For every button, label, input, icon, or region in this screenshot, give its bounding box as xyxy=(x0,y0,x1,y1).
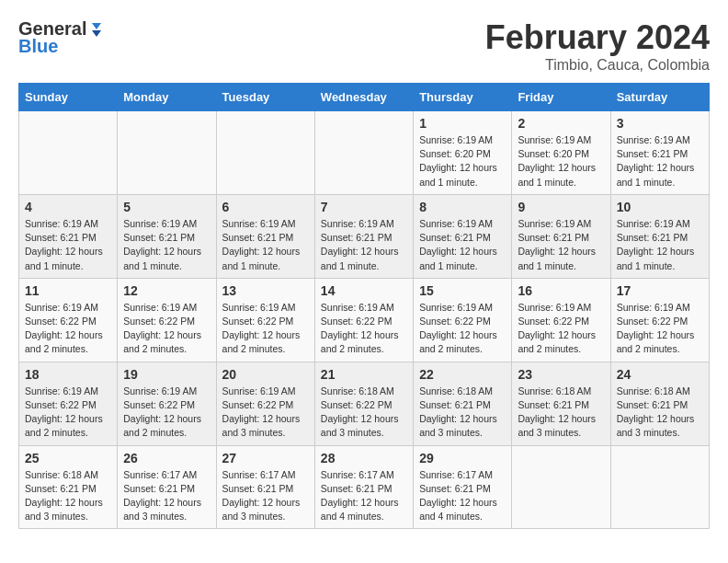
calendar-cell: 7Sunrise: 6:19 AM Sunset: 6:21 PM Daylig… xyxy=(314,194,413,278)
day-number: 9 xyxy=(518,200,604,214)
calendar-cell: 18Sunrise: 6:19 AM Sunset: 6:22 PM Dayli… xyxy=(19,362,118,445)
day-info: Sunrise: 6:19 AM Sunset: 6:21 PM Dayligh… xyxy=(518,217,604,273)
day-info: Sunrise: 6:19 AM Sunset: 6:21 PM Dayligh… xyxy=(419,217,506,273)
day-header-sunday: Sunday xyxy=(19,84,118,111)
calendar-cell: 29Sunrise: 6:17 AM Sunset: 6:21 PM Dayli… xyxy=(414,445,512,529)
day-info: Sunrise: 6:17 AM Sunset: 6:21 PM Dayligh… xyxy=(222,468,309,524)
day-number: 4 xyxy=(25,200,111,214)
day-number: 27 xyxy=(222,451,309,465)
day-number: 23 xyxy=(518,367,604,382)
day-header-thursday: Thursday xyxy=(414,84,512,111)
day-info: Sunrise: 6:19 AM Sunset: 6:21 PM Dayligh… xyxy=(222,217,309,273)
title-area: February 2024 Timbio, Cauca, Colombia xyxy=(485,18,710,74)
week-row-2: 4Sunrise: 6:19 AM Sunset: 6:21 PM Daylig… xyxy=(19,194,710,278)
calendar-cell: 9Sunrise: 6:19 AM Sunset: 6:21 PM Daylig… xyxy=(512,194,610,278)
calendar-cell: 3Sunrise: 6:19 AM Sunset: 6:21 PM Daylig… xyxy=(610,111,709,195)
calendar-cell: 22Sunrise: 6:18 AM Sunset: 6:21 PM Dayli… xyxy=(414,362,512,445)
calendar-cell: 13Sunrise: 6:19 AM Sunset: 6:22 PM Dayli… xyxy=(216,278,314,362)
day-info: Sunrise: 6:17 AM Sunset: 6:21 PM Dayligh… xyxy=(419,468,506,524)
day-info: Sunrise: 6:18 AM Sunset: 6:22 PM Dayligh… xyxy=(321,385,407,441)
day-info: Sunrise: 6:17 AM Sunset: 6:21 PM Dayligh… xyxy=(123,468,210,524)
calendar-table: SundayMondayTuesdayWednesdayThursdayFrid… xyxy=(18,83,710,529)
day-info: Sunrise: 6:18 AM Sunset: 6:21 PM Dayligh… xyxy=(25,468,111,524)
day-info: Sunrise: 6:18 AM Sunset: 6:21 PM Dayligh… xyxy=(419,385,506,441)
calendar-cell: 16Sunrise: 6:19 AM Sunset: 6:22 PM Dayli… xyxy=(512,278,610,362)
day-number: 15 xyxy=(419,283,506,298)
day-info: Sunrise: 6:18 AM Sunset: 6:21 PM Dayligh… xyxy=(617,385,703,441)
calendar-cell: 27Sunrise: 6:17 AM Sunset: 6:21 PM Dayli… xyxy=(216,445,314,529)
day-info: Sunrise: 6:18 AM Sunset: 6:21 PM Dayligh… xyxy=(518,385,604,441)
calendar-cell: 5Sunrise: 6:19 AM Sunset: 6:21 PM Daylig… xyxy=(118,194,216,278)
day-header-friday: Friday xyxy=(512,84,610,111)
logo-blue: Blue xyxy=(18,36,58,57)
day-number: 8 xyxy=(419,200,506,214)
day-number: 7 xyxy=(321,200,407,214)
calendar-cell: 20Sunrise: 6:19 AM Sunset: 6:22 PM Dayli… xyxy=(216,362,314,445)
day-number: 19 xyxy=(123,367,210,382)
calendar-cell xyxy=(610,445,709,529)
week-row-4: 18Sunrise: 6:19 AM Sunset: 6:22 PM Dayli… xyxy=(19,362,710,445)
calendar-cell: 1Sunrise: 6:19 AM Sunset: 6:20 PM Daylig… xyxy=(414,111,512,195)
calendar-cell: 6Sunrise: 6:19 AM Sunset: 6:21 PM Daylig… xyxy=(216,194,314,278)
calendar-cell xyxy=(216,111,314,195)
calendar-cell xyxy=(314,111,413,195)
svg-marker-1 xyxy=(92,30,101,37)
calendar-cell: 26Sunrise: 6:17 AM Sunset: 6:21 PM Dayli… xyxy=(118,445,216,529)
day-number: 3 xyxy=(617,116,703,131)
day-info: Sunrise: 6:17 AM Sunset: 6:21 PM Dayligh… xyxy=(321,468,407,524)
day-number: 11 xyxy=(25,283,111,298)
calendar-cell: 14Sunrise: 6:19 AM Sunset: 6:22 PM Dayli… xyxy=(314,278,413,362)
day-header-monday: Monday xyxy=(118,84,216,111)
main-title: February 2024 xyxy=(485,18,710,57)
day-number: 20 xyxy=(222,367,309,382)
week-row-3: 11Sunrise: 6:19 AM Sunset: 6:22 PM Dayli… xyxy=(19,278,710,362)
day-header-tuesday: Tuesday xyxy=(216,84,314,111)
calendar-cell: 10Sunrise: 6:19 AM Sunset: 6:21 PM Dayli… xyxy=(610,194,709,278)
day-header-saturday: Saturday xyxy=(610,84,709,111)
calendar-cell: 4Sunrise: 6:19 AM Sunset: 6:21 PM Daylig… xyxy=(19,194,118,278)
day-info: Sunrise: 6:19 AM Sunset: 6:21 PM Dayligh… xyxy=(617,133,703,190)
day-info: Sunrise: 6:19 AM Sunset: 6:22 PM Dayligh… xyxy=(518,301,604,357)
calendar-cell: 8Sunrise: 6:19 AM Sunset: 6:21 PM Daylig… xyxy=(414,194,512,278)
day-number: 5 xyxy=(123,200,210,214)
calendar-cell xyxy=(512,445,610,529)
day-info: Sunrise: 6:19 AM Sunset: 6:22 PM Dayligh… xyxy=(222,385,309,441)
week-row-1: 1Sunrise: 6:19 AM Sunset: 6:20 PM Daylig… xyxy=(19,111,710,195)
day-number: 2 xyxy=(518,116,604,131)
day-number: 25 xyxy=(25,451,111,465)
calendar-cell: 23Sunrise: 6:18 AM Sunset: 6:21 PM Dayli… xyxy=(512,362,610,445)
calendar-cell: 12Sunrise: 6:19 AM Sunset: 6:22 PM Dayli… xyxy=(118,278,216,362)
day-number: 21 xyxy=(321,367,407,382)
logo: General Blue xyxy=(18,18,105,57)
calendar-cell: 25Sunrise: 6:18 AM Sunset: 6:21 PM Dayli… xyxy=(19,445,118,529)
calendar-cell: 17Sunrise: 6:19 AM Sunset: 6:22 PM Dayli… xyxy=(610,278,709,362)
calendar-cell: 2Sunrise: 6:19 AM Sunset: 6:20 PM Daylig… xyxy=(512,111,610,195)
week-row-5: 25Sunrise: 6:18 AM Sunset: 6:21 PM Dayli… xyxy=(19,445,710,529)
day-number: 14 xyxy=(321,283,407,298)
day-info: Sunrise: 6:19 AM Sunset: 6:22 PM Dayligh… xyxy=(123,385,210,441)
day-number: 16 xyxy=(518,283,604,298)
day-number: 12 xyxy=(123,283,210,298)
calendar-cell: 28Sunrise: 6:17 AM Sunset: 6:21 PM Dayli… xyxy=(314,445,413,529)
subtitle: Timbio, Cauca, Colombia xyxy=(485,57,710,74)
calendar-cell: 15Sunrise: 6:19 AM Sunset: 6:22 PM Dayli… xyxy=(414,278,512,362)
header-row: SundayMondayTuesdayWednesdayThursdayFrid… xyxy=(19,84,710,111)
day-info: Sunrise: 6:19 AM Sunset: 6:22 PM Dayligh… xyxy=(419,301,506,357)
day-number: 10 xyxy=(617,200,703,214)
day-number: 28 xyxy=(321,451,407,465)
day-info: Sunrise: 6:19 AM Sunset: 6:21 PM Dayligh… xyxy=(123,217,210,273)
calendar-cell xyxy=(19,111,118,195)
day-info: Sunrise: 6:19 AM Sunset: 6:22 PM Dayligh… xyxy=(222,301,309,357)
day-info: Sunrise: 6:19 AM Sunset: 6:22 PM Dayligh… xyxy=(617,301,703,357)
day-number: 26 xyxy=(123,451,210,465)
day-info: Sunrise: 6:19 AM Sunset: 6:20 PM Dayligh… xyxy=(419,133,506,190)
day-info: Sunrise: 6:19 AM Sunset: 6:20 PM Dayligh… xyxy=(518,133,604,190)
calendar-cell: 19Sunrise: 6:19 AM Sunset: 6:22 PM Dayli… xyxy=(118,362,216,445)
day-header-wednesday: Wednesday xyxy=(314,84,413,111)
calendar-cell: 21Sunrise: 6:18 AM Sunset: 6:22 PM Dayli… xyxy=(314,362,413,445)
day-info: Sunrise: 6:19 AM Sunset: 6:21 PM Dayligh… xyxy=(25,217,111,273)
day-info: Sunrise: 6:19 AM Sunset: 6:22 PM Dayligh… xyxy=(25,301,111,357)
day-info: Sunrise: 6:19 AM Sunset: 6:22 PM Dayligh… xyxy=(25,385,111,441)
day-info: Sunrise: 6:19 AM Sunset: 6:22 PM Dayligh… xyxy=(123,301,210,357)
day-info: Sunrise: 6:19 AM Sunset: 6:21 PM Dayligh… xyxy=(321,217,407,273)
